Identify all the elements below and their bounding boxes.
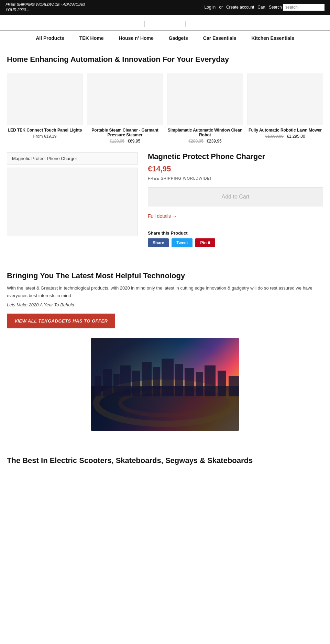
sale-price-4: €1.295,00 bbox=[287, 134, 305, 139]
product-card-3[interactable]: Simplamatic Automatic Window Clean Robot… bbox=[167, 74, 243, 144]
product-price-1: From €19,19 bbox=[7, 134, 83, 139]
featured-product-title: Magnetic Protect Phone Charger bbox=[148, 152, 323, 161]
nav-kitchen-essentials[interactable]: Kitchen Essentials bbox=[244, 31, 302, 45]
search-form: Search bbox=[269, 4, 324, 11]
top-bar-right: Log in or Create account Cart Search bbox=[205, 4, 324, 11]
product-price-3: €289,95 €239,95 bbox=[167, 139, 243, 144]
announcement-text: FREE SHIPPING WORLDWIDE · ADVANCING YOUR… bbox=[6, 2, 95, 13]
svg-rect-6 bbox=[120, 365, 131, 396]
product-image-3 bbox=[167, 74, 243, 125]
featured-product-image bbox=[7, 168, 138, 236]
login-link[interactable]: Log in bbox=[205, 5, 216, 10]
svg-rect-12 bbox=[185, 368, 194, 396]
product-name-2: Portable Steam Cleaner - Garmant Pressur… bbox=[87, 128, 163, 137]
svg-rect-7 bbox=[132, 371, 140, 396]
cart-link[interactable]: Cart bbox=[257, 5, 265, 10]
nav-gadgets[interactable]: Gadgets bbox=[161, 31, 196, 45]
svg-rect-11 bbox=[175, 364, 183, 396]
create-account-link[interactable]: Create account bbox=[226, 5, 254, 10]
share-section: Share this Product Share Tweet Pin it bbox=[148, 230, 323, 247]
logo-area bbox=[0, 15, 330, 31]
product-card-4[interactable]: Fully Automatic Robotic Lawn Mower €1.69… bbox=[247, 74, 323, 144]
svg-rect-15 bbox=[218, 371, 226, 396]
bottom-body-2: Lets Make 2020 A Year To Behold bbox=[7, 302, 323, 307]
hero-section: Home Enhancing Automation & Innovation F… bbox=[0, 45, 330, 74]
nav-house-home[interactable]: House n' Home bbox=[111, 31, 161, 45]
view-all-button[interactable]: VIEW ALL TEKGADGETS HAS TO OFFER bbox=[7, 314, 115, 328]
svg-rect-14 bbox=[205, 365, 216, 396]
svg-rect-16 bbox=[229, 376, 239, 396]
product-card-2[interactable]: Portable Steam Cleaner - Garmant Pressur… bbox=[87, 74, 163, 144]
svg-rect-8 bbox=[142, 362, 152, 396]
bottom-title: Bringing You The Latest Most Helpful Tec… bbox=[7, 271, 323, 280]
original-price-4: €1.699,99 bbox=[265, 134, 283, 139]
product-name-1: LED TEK Connect Touch Panel Lights bbox=[7, 128, 83, 133]
svg-rect-4 bbox=[103, 369, 112, 396]
product-image-1 bbox=[7, 74, 83, 125]
product-name-4: Fully Automatic Robotic Lawn Mower bbox=[247, 128, 323, 133]
bottom-cta-section: Bringing You The Latest Most Helpful Tec… bbox=[0, 258, 330, 446]
product-price-2: €129,95 €69,95 bbox=[87, 139, 163, 144]
featured-details: Magnetic Protect Phone Charger €14,95 FR… bbox=[148, 152, 323, 247]
add-to-cart-button[interactable]: Add to Cart bbox=[148, 187, 323, 206]
svg-rect-5 bbox=[113, 374, 120, 396]
svg-rect-13 bbox=[196, 372, 203, 396]
original-price-3: €289,95 bbox=[188, 139, 203, 144]
nav-tek-home[interactable]: TEK Home bbox=[72, 31, 111, 45]
featured-product-section: Magnetic Protect Phone Charger Magnetic … bbox=[0, 152, 330, 258]
product-grid: LED TEK Connect Touch Panel Lights From … bbox=[0, 74, 330, 152]
hero-title: Home Enhancing Automation & Innovation F… bbox=[7, 55, 323, 64]
electric-section: The Best In Electric Scooters, Skateboar… bbox=[0, 446, 330, 472]
featured-product-price: €14,95 bbox=[148, 165, 323, 173]
product-card-1[interactable]: LED TEK Connect Touch Panel Lights From … bbox=[7, 74, 83, 144]
svg-rect-10 bbox=[162, 359, 174, 396]
nav-car-essentials[interactable]: Car Essentials bbox=[196, 31, 244, 45]
product-name-3: Simplamatic Automatic Window Clean Robot bbox=[167, 128, 243, 137]
search-label: Search bbox=[269, 5, 282, 10]
logo[interactable] bbox=[144, 21, 186, 27]
share-pinterest-button[interactable]: Pin it bbox=[195, 238, 215, 247]
city-image bbox=[91, 338, 239, 431]
share-facebook-button[interactable]: Share bbox=[148, 238, 169, 247]
original-price-2: €129,95 bbox=[110, 139, 124, 144]
main-nav: All Products TEK Home House n' Home Gadg… bbox=[0, 31, 330, 45]
bottom-body-1: With the latest & Greatest in technologi… bbox=[7, 284, 323, 300]
electric-title: The Best In Electric Scooters, Skateboar… bbox=[7, 456, 323, 465]
featured-img-label: Magnetic Protect Phone Charger bbox=[7, 152, 138, 165]
sale-price-2: €69,95 bbox=[128, 139, 141, 144]
product-image-2 bbox=[87, 74, 163, 125]
nav-all-products[interactable]: All Products bbox=[28, 31, 72, 45]
product-image-4 bbox=[247, 74, 323, 125]
or-text: or bbox=[219, 5, 223, 10]
svg-rect-9 bbox=[153, 367, 160, 396]
sale-price-3: €239,95 bbox=[207, 139, 221, 144]
search-input[interactable] bbox=[283, 4, 324, 11]
featured-img-area: Magnetic Protect Phone Charger bbox=[7, 152, 138, 236]
share-buttons: Share Tweet Pin it bbox=[148, 238, 323, 247]
product-price-4: €1.699,99 €1.295,00 bbox=[247, 134, 323, 139]
share-twitter-button[interactable]: Tweet bbox=[172, 238, 192, 247]
top-bar: FREE SHIPPING WORLDWIDE · ADVANCING YOUR… bbox=[0, 0, 330, 15]
share-label: Share this Product bbox=[148, 230, 323, 236]
full-details-link[interactable]: Full details → bbox=[148, 213, 177, 219]
svg-rect-3 bbox=[95, 376, 101, 396]
featured-shipping-text: FREE SHIPPING WORLDWIDE! bbox=[148, 176, 323, 180]
